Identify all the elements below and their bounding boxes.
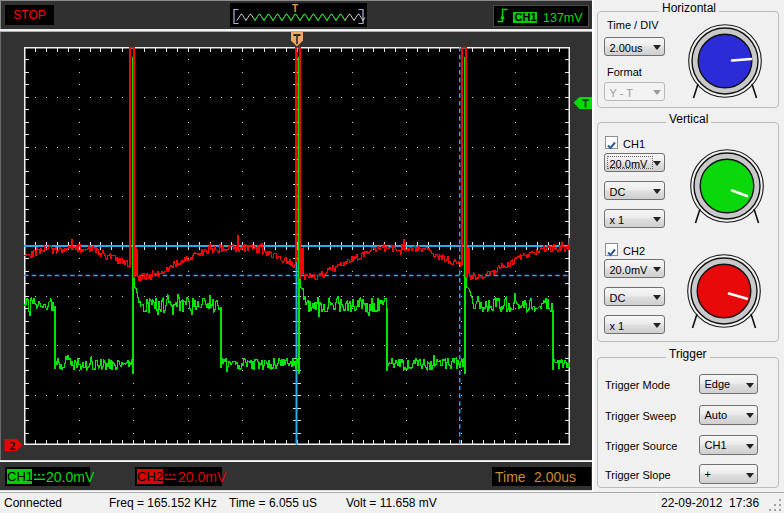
svg-text:2: 2 [9,438,16,452]
svg-text:T: T [292,3,298,14]
svg-text:CH1: CH1 [515,11,537,23]
svg-text:137mV: 137mV [543,11,583,25]
